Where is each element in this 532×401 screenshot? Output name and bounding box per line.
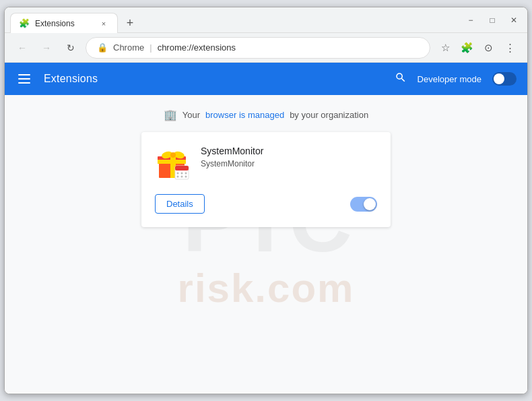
close-button[interactable]: ✕ (506, 12, 522, 28)
maximize-button[interactable]: □ (484, 12, 500, 28)
address-actions: ☆ 🧩 ⊙ ⋮ (436, 38, 519, 57)
browser-window: 🧩 Extensions × + − □ ✕ ← → ↻ 🔒 Chrome | … (4, 7, 528, 394)
url-separator: | (149, 42, 152, 53)
window-controls: − □ ✕ (463, 12, 522, 28)
extension-card-header: SystemMonitor SystemMonitor (155, 146, 377, 181)
back-button[interactable]: ← (13, 38, 32, 57)
managed-text-before: Your (182, 110, 200, 120)
menu-button[interactable]: ⋮ (500, 38, 519, 57)
extension-icon-svg (155, 146, 190, 181)
extension-toggle-thumb (364, 198, 376, 210)
svg-rect-8 (175, 166, 189, 171)
svg-point-14 (185, 176, 187, 178)
tab-extension-icon: 🧩 (19, 18, 30, 28)
svg-point-9 (177, 173, 179, 175)
page-title: Extensions (44, 73, 98, 85)
header-right: Developer mode (395, 71, 517, 87)
extensions-content: PTC risk.com 🏢 Your browser is managed b… (5, 95, 527, 394)
profile-button[interactable]: ⊙ (479, 38, 498, 57)
title-bar: 🧩 Extensions × + − □ ✕ (5, 7, 527, 33)
svg-point-10 (181, 173, 183, 175)
tabs-area: 🧩 Extensions × + (10, 7, 455, 32)
chrome-label: Chrome (113, 42, 144, 53)
svg-rect-3 (158, 160, 186, 164)
lock-icon: 🔒 (97, 42, 108, 53)
minimize-button[interactable]: − (463, 12, 479, 28)
extensions-button[interactable]: 🧩 (457, 38, 476, 57)
forward-button[interactable]: → (37, 38, 56, 57)
extension-info: SystemMonitor SystemMonitor (201, 146, 377, 168)
address-bar: ← → ↻ 🔒 Chrome | chrome://extensions ☆ 🧩… (5, 33, 527, 63)
new-tab-button[interactable]: + (121, 13, 139, 32)
url-text: chrome://extensions (158, 42, 236, 53)
extensions-header: Extensions Developer mode (5, 63, 527, 95)
svg-point-12 (177, 176, 179, 178)
svg-point-11 (185, 173, 187, 175)
tab-close-btn[interactable]: × (98, 18, 109, 29)
building-icon: 🏢 (164, 109, 177, 121)
bookmark-button[interactable]: ☆ (436, 38, 455, 57)
watermark-bottom: risk.com (178, 265, 355, 311)
managed-text-after: by your organization (290, 110, 368, 120)
extension-enable-toggle[interactable] (350, 197, 377, 212)
search-button[interactable] (395, 71, 407, 87)
extension-icon (155, 146, 190, 181)
managed-link[interactable]: browser is managed (205, 110, 284, 120)
address-input[interactable]: 🔒 Chrome | chrome://extensions (86, 37, 430, 59)
svg-point-13 (181, 176, 183, 178)
active-tab[interactable]: 🧩 Extensions × (10, 13, 118, 33)
extension-description: SystemMonitor (201, 159, 377, 168)
svg-point-6 (170, 152, 176, 158)
details-button[interactable]: Details (155, 194, 205, 214)
sidebar-toggle-button[interactable] (15, 71, 33, 86)
developer-mode-toggle[interactable] (492, 72, 517, 86)
toggle-thumb (494, 73, 504, 84)
tab-label: Extensions (35, 19, 75, 28)
extension-card: SystemMonitor SystemMonitor Details (141, 132, 391, 227)
extension-name: SystemMonitor (201, 146, 377, 156)
developer-mode-label: Developer mode (418, 74, 481, 84)
extension-card-footer: Details (155, 194, 377, 214)
managed-notice: 🏢 Your browser is managed by your organi… (18, 109, 514, 121)
refresh-button[interactable]: ↻ (61, 38, 80, 57)
